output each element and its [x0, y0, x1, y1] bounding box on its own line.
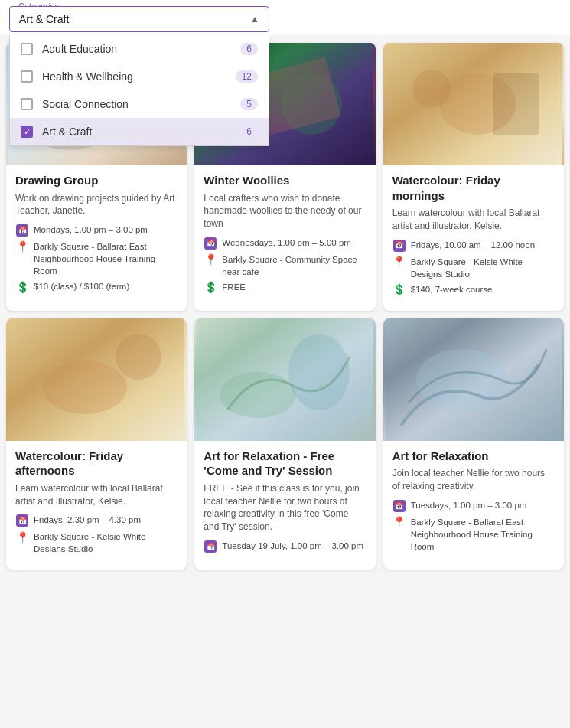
calendar-icon: 📅 [392, 499, 406, 513]
dollar-icon: 💲 [15, 280, 29, 294]
dropdown-item-count: 6 [240, 43, 258, 55]
card-body-watercolour-afternoons: Watercolour: Friday afternoons Learn wat… [6, 441, 187, 570]
location-icon: 📍 [204, 253, 217, 267]
dropdown-item-label: Social Connection [42, 98, 240, 110]
header: Categories Art & Craft ▲ Adult Education… [0, 0, 570, 35]
location-row: 📍 Barkly Square - Community Space near c… [204, 253, 366, 278]
checkbox-adult-education[interactable] [21, 43, 33, 55]
schedule-text: Tuesdays, 1.00 pm – 3.00 pm [411, 499, 527, 511]
schedule-row: 📅 Wednesdays, 1.00 pm – 5.00 pm [204, 237, 366, 250]
svg-rect-10 [493, 73, 539, 135]
page-wrapper: Categories Art & Craft ▲ Adult Education… [0, 0, 570, 577]
svg-point-13 [116, 334, 161, 380]
category-dropdown-panel: Adult Education 6 Health & Wellbeing 12 … [9, 35, 269, 146]
checkbox-health-wellbeing[interactable] [21, 70, 33, 83]
category-select[interactable]: Art & Craft ▲ [9, 6, 269, 32]
calendar-icon: 📅 [204, 540, 217, 553]
card-image-watercolour-afternoons [6, 318, 187, 441]
card-body-art-relaxation-free: Art for Relaxation - Free 'Come and Try'… [194, 441, 375, 567]
checkbox-art-craft[interactable] [21, 126, 33, 138]
schedule-text: Wednesdays, 1.00 pm – 5.00 pm [222, 237, 351, 249]
card-desc: FREE - See if this class is for you, joi… [204, 482, 366, 534]
location-text: Barkly Square - Kelsie White Desians Stu… [34, 530, 178, 555]
location-text: Barkly Square - Ballarat East Neighbourh… [411, 516, 555, 553]
calendar-icon: 📅 [204, 237, 217, 250]
card-desc: Learn watercolour with local Ballarat ar… [392, 207, 555, 233]
schedule-row: 📅 Tuesday 19 July, 1.00 pm – 3.00 pm [204, 540, 366, 553]
card-desc: Join local teacher Nellie for two hours … [392, 467, 555, 493]
location-icon: 📍 [15, 240, 29, 254]
card-title: Art for Relaxation [392, 449, 555, 464]
card-title: Watercolour: Friday afternoons [15, 449, 178, 478]
card-desc: Learn watercolour with local Ballarat ar… [15, 482, 178, 508]
location-icon: 📍 [392, 516, 406, 530]
card-desc: Work on drawing projects guided by Art T… [15, 192, 178, 218]
checkbox-social-connection[interactable] [21, 98, 33, 110]
card-body-watercolour-mornings: Watercolour: Friday mornings Learn water… [383, 165, 564, 311]
location-text: Barkly Square - Ballarat East Neighbourh… [34, 240, 178, 277]
dropdown-item-count: 12 [236, 70, 258, 83]
dropdown-item-count: 6 [240, 126, 258, 138]
svg-point-18 [416, 349, 508, 410]
schedule-row: 📅 Mondays, 1.00 pm – 3.00 pm [15, 224, 178, 237]
schedule-row: 📅 Fridays, 10.00 am – 12.00 noon [392, 239, 555, 253]
selected-category: Art & Craft [19, 13, 69, 25]
svg-point-12 [43, 361, 127, 414]
card-image-watercolour-mornings [383, 43, 564, 165]
dropdown-arrow-icon: ▲ [250, 14, 259, 24]
dropdown-item-adult-education[interactable]: Adult Education 6 [10, 35, 269, 63]
dropdown-item-health-wellbeing[interactable]: Health & Wellbeing 12 [10, 63, 269, 90]
cost-text: FREE [222, 281, 246, 293]
schedule-text: Fridays, 2.30 pm – 4.30 pm [34, 514, 141, 526]
cost-row: 💲 FREE [204, 281, 366, 295]
card-art-relaxation-free[interactable]: Art for Relaxation - Free 'Come and Try'… [194, 318, 375, 570]
location-text: Barkly Square - Community Space near caf… [222, 253, 366, 278]
calendar-icon: 📅 [15, 224, 29, 237]
card-desc: Local crafters who wish to donate handma… [204, 192, 366, 230]
card-art-relaxation[interactable]: Art for Relaxation Join local teacher Ne… [383, 318, 564, 570]
cost-text: $140, 7-week course [411, 283, 493, 295]
dropdown-item-social-connection[interactable]: Social Connection 5 [10, 90, 269, 118]
dropdown-item-label: Health & Wellbeing [42, 70, 236, 83]
dropdown-item-count: 5 [240, 98, 258, 110]
card-image-art-relaxation [383, 318, 564, 441]
card-image-art-relaxation-free [194, 318, 375, 441]
card-watercolour-mornings[interactable]: Watercolour: Friday mornings Learn water… [383, 43, 564, 311]
schedule-text: Mondays, 1.00 pm – 3.00 pm [34, 224, 148, 236]
card-title: Watercolour: Friday mornings [392, 173, 555, 203]
location-row: 📍 Barkly Square - Kelsie White Desians S… [15, 530, 178, 555]
location-row: 📍 Barkly Square - Ballarat East Neighbou… [392, 516, 555, 553]
card-body-drawing-group: Drawing Group Work on drawing projects g… [6, 165, 187, 308]
location-icon: 📍 [392, 256, 406, 269]
schedule-row: 📅 Tuesdays, 1.00 pm – 3.00 pm [392, 499, 555, 513]
location-row: 📍 Barkly Square - Ballarat East Neighbou… [15, 240, 178, 277]
card-title: Drawing Group [15, 173, 178, 188]
dollar-icon: 💲 [204, 281, 217, 295]
location-row: 📍 Barkly Square - Kelsie White Designs S… [392, 256, 555, 280]
card-title: Winter Woollies [204, 173, 366, 188]
schedule-row: 📅 Fridays, 2.30 pm – 4.30 pm [15, 514, 178, 527]
svg-point-15 [220, 372, 296, 418]
card-title: Art for Relaxation - Free 'Come and Try'… [204, 449, 366, 478]
schedule-text: Fridays, 10.00 am – 12.00 noon [411, 239, 535, 251]
dollar-icon: 💲 [392, 283, 406, 297]
cost-text: $10 (class) / $100 (term) [34, 280, 129, 292]
location-text: Barkly Square - Kelsie White Designs Stu… [411, 256, 555, 280]
svg-point-9 [412, 70, 451, 108]
card-body-winter-woollies: Winter Woollies Local crafters who wish … [194, 165, 375, 309]
calendar-icon: 📅 [392, 239, 406, 253]
card-watercolour-afternoons[interactable]: Watercolour: Friday afternoons Learn wat… [6, 318, 187, 570]
dropdown-item-label: Art & Craft [42, 126, 240, 138]
card-body-art-relaxation: Art for Relaxation Join local teacher Ne… [383, 441, 564, 566]
cost-row: 💲 $10 (class) / $100 (term) [15, 280, 178, 294]
schedule-text: Tuesday 19 July, 1.00 pm – 3.00 pm [222, 540, 363, 552]
dropdown-item-label: Adult Education [42, 43, 240, 55]
calendar-icon: 📅 [15, 514, 29, 527]
location-icon: 📍 [15, 530, 29, 544]
dropdown-item-art-craft[interactable]: Art & Craft 6 [10, 118, 269, 145]
cost-row: 💲 $140, 7-week course [392, 283, 555, 297]
